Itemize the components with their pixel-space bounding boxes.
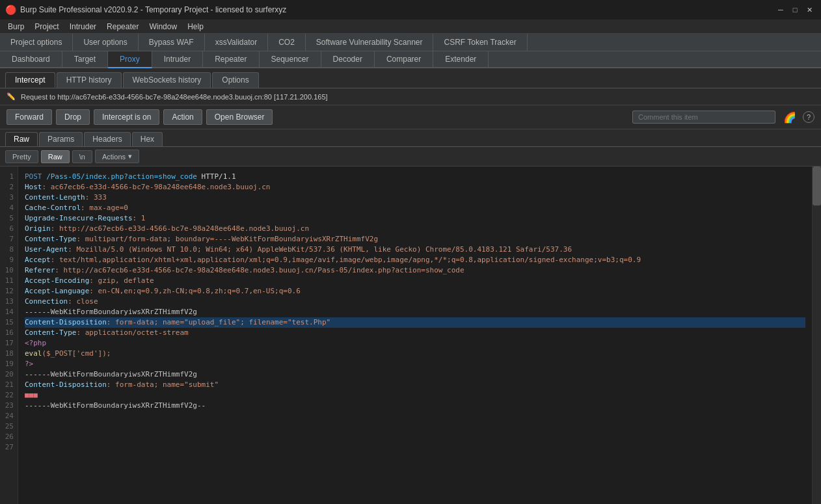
menu-repeater[interactable]: Repeater — [101, 21, 144, 33]
nav-tab-sequencer[interactable]: Sequencer — [260, 51, 321, 67]
content-tab-raw[interactable]: Raw — [5, 132, 38, 146]
raw-button[interactable]: Raw — [41, 150, 70, 163]
action-bar: Forward Drop Intercept is on Action Open… — [0, 105, 821, 129]
content-tab-hex[interactable]: Hex — [132, 132, 163, 146]
intercept-tabs: Intercept HTTP history WebSockets histor… — [0, 68, 821, 88]
close-button[interactable]: ✕ — [803, 3, 816, 16]
scrollbar[interactable] — [812, 166, 821, 504]
tab-csrf-token-tracker[interactable]: CSRF Token Tracker — [433, 34, 527, 51]
view-bar: Pretty Raw \n Actions ▾ — [0, 147, 821, 166]
nav-tab-comparer[interactable]: Comparer — [375, 51, 433, 67]
help-icon[interactable]: ? — [803, 111, 814, 123]
content-tab-params[interactable]: Params — [39, 132, 83, 146]
menu-project[interactable]: Project — [29, 21, 64, 33]
maximize-button[interactable]: □ — [788, 3, 801, 16]
scrollbar-thumb[interactable] — [813, 166, 821, 206]
window-title: Burp Suite Professional v2020.9.2 - Temp… — [20, 5, 774, 14]
menu-burp[interactable]: Burp — [3, 21, 29, 33]
open-browser-button[interactable]: Open Browser — [206, 109, 273, 125]
tab-co2[interactable]: CO2 — [268, 34, 306, 51]
nav-tab-dashboard[interactable]: Dashboard — [0, 51, 62, 67]
menu-window[interactable]: Window — [144, 21, 182, 33]
content-tabs: Raw Params Headers Hex — [0, 129, 821, 147]
ln-button[interactable]: \n — [72, 150, 92, 163]
nav-tab-extender[interactable]: Extender — [433, 51, 489, 67]
nav-tab-decoder[interactable]: Decoder — [321, 51, 375, 67]
nav-tabs: Dashboard Target Proxy Intruder Repeater… — [0, 51, 821, 68]
request-info-bar: ✏️ Request to http://ac67ecb6-e33d-4566-… — [0, 88, 821, 105]
edit-icon: ✏️ — [7, 92, 16, 101]
nav-tab-intruder[interactable]: Intruder — [152, 51, 203, 67]
comment-input[interactable] — [632, 111, 775, 124]
window-controls: ─ □ ✕ — [774, 3, 816, 16]
tab-user-options[interactable]: User options — [73, 34, 138, 51]
forward-button[interactable]: Forward — [7, 109, 52, 125]
intercept-tab-intercept[interactable]: Intercept — [5, 72, 55, 88]
intercept-toggle-button[interactable]: Intercept is on — [94, 109, 159, 125]
intercept-tab-websockets-history[interactable]: WebSockets history — [123, 72, 211, 88]
line-numbers: 1234567891011121314151617181920212223242… — [0, 166, 18, 504]
toolbar-tabs: Project options User options Bypass WAF … — [0, 34, 821, 51]
chevron-down-icon: ▾ — [128, 152, 132, 161]
app-icon: 🔴 — [5, 5, 16, 15]
tab-project-options[interactable]: Project options — [0, 34, 73, 51]
nav-tab-target[interactable]: Target — [62, 51, 108, 67]
menu-bar: Burp Project Intruder Repeater Window He… — [0, 20, 821, 34]
intercept-tab-options[interactable]: Options — [212, 72, 258, 88]
actions-label: Actions — [102, 153, 126, 161]
nav-tab-repeater[interactable]: Repeater — [203, 51, 259, 67]
actions-dropdown[interactable]: Actions ▾ — [95, 150, 139, 163]
action-button[interactable]: Action — [163, 109, 202, 125]
pretty-button[interactable]: Pretty — [5, 150, 38, 163]
tab-xss-validator[interactable]: xssValidator — [205, 34, 268, 51]
code-area: 1234567891011121314151617181920212223242… — [0, 166, 821, 504]
tab-software-vuln-scanner[interactable]: Software Vulnerability Scanner — [306, 34, 434, 51]
nav-tab-proxy[interactable]: Proxy — [108, 51, 152, 68]
intercept-tab-http-history[interactable]: HTTP history — [57, 72, 122, 88]
request-url: Request to http://ac67ecb6-e33d-4566-bc7… — [21, 93, 328, 101]
menu-help[interactable]: Help — [182, 21, 209, 33]
menu-intruder[interactable]: Intruder — [64, 21, 101, 33]
title-bar: 🔴 Burp Suite Professional v2020.9.2 - Te… — [0, 0, 821, 20]
content-tab-headers[interactable]: Headers — [84, 132, 130, 146]
drop-button[interactable]: Drop — [56, 109, 90, 125]
tab-bypass-waf[interactable]: Bypass WAF — [139, 34, 205, 51]
code-content[interactable]: POST /Pass-05/index.php?action=show_code… — [18, 166, 812, 504]
minimize-button[interactable]: ─ — [774, 3, 787, 16]
rainbow-icon: 🌈 — [783, 111, 796, 124]
